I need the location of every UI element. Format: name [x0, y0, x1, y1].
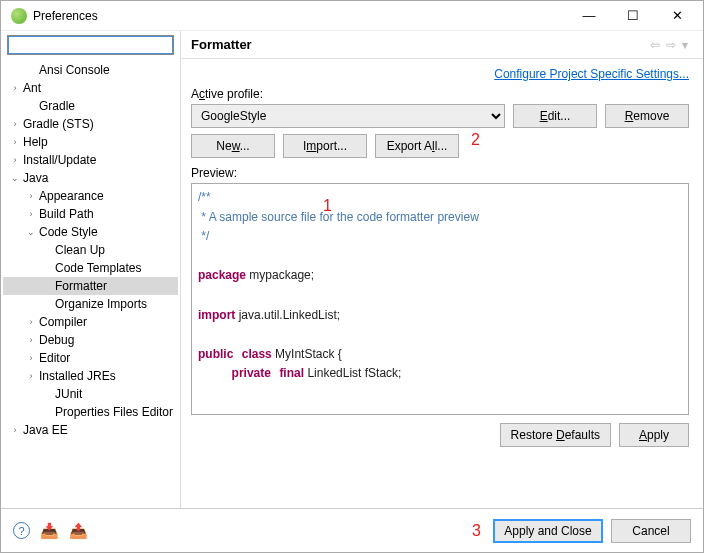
- expand-icon[interactable]: ›: [25, 191, 37, 201]
- tree-item-clean-up[interactable]: Clean Up: [3, 241, 178, 259]
- dialog-footer: ? 📥 📤 3 Apply and Close Cancel: [1, 508, 703, 552]
- tree-item-appearance[interactable]: ›Appearance: [3, 187, 178, 205]
- tree-item-label: Help: [23, 135, 48, 149]
- help-icon[interactable]: ?: [13, 522, 30, 539]
- expand-icon[interactable]: ›: [25, 353, 37, 363]
- expand-icon[interactable]: ›: [9, 83, 21, 93]
- minimize-button[interactable]: —: [567, 2, 611, 30]
- annotation-3: 3: [472, 522, 481, 540]
- tree-item-ansi-console[interactable]: Ansi Console: [3, 61, 178, 79]
- tree-item-formatter[interactable]: Formatter: [3, 277, 178, 295]
- tree-item-installed-jres[interactable]: ›Installed JREs: [3, 367, 178, 385]
- tree-item-code-style[interactable]: ⌄Code Style: [3, 223, 178, 241]
- tree-item-label: Installed JREs: [39, 369, 116, 383]
- expand-icon[interactable]: ›: [9, 119, 21, 129]
- preferences-tree[interactable]: Ansi Console›AntGradle›Gradle (STS)›Help…: [1, 57, 180, 508]
- tree-item-compiler[interactable]: ›Compiler: [3, 313, 178, 331]
- tree-item-label: Ansi Console: [39, 63, 110, 77]
- tree-item-label: Debug: [39, 333, 74, 347]
- tree-item-label: Gradle (STS): [23, 117, 94, 131]
- tree-item-gradle[interactable]: Gradle: [3, 97, 178, 115]
- tree-item-label: Code Style: [39, 225, 98, 239]
- configure-project-link[interactable]: Configure Project Specific Settings...: [181, 59, 703, 83]
- tree-item-install-update[interactable]: ›Install/Update: [3, 151, 178, 169]
- tree-item-label: Java: [23, 171, 48, 185]
- back-icon[interactable]: ⇦: [650, 38, 660, 52]
- export-all-button[interactable]: Export All...: [375, 134, 459, 158]
- import-button[interactable]: Import...: [283, 134, 367, 158]
- app-icon: [11, 8, 27, 24]
- tree-item-java[interactable]: ⌄Java: [3, 169, 178, 187]
- expand-icon[interactable]: ›: [25, 371, 37, 381]
- preview-area[interactable]: /** * A sample source file for the code …: [191, 183, 689, 415]
- expand-icon[interactable]: ›: [25, 209, 37, 219]
- apply-and-close-button[interactable]: Apply and Close: [493, 519, 603, 543]
- tree-item-label: Build Path: [39, 207, 94, 221]
- expand-icon[interactable]: ›: [25, 335, 37, 345]
- apply-button[interactable]: Apply: [619, 423, 689, 447]
- new-button[interactable]: New...: [191, 134, 275, 158]
- tree-item-label: Code Templates: [55, 261, 142, 275]
- tree-item-gradle-sts-[interactable]: ›Gradle (STS): [3, 115, 178, 133]
- expand-icon[interactable]: ›: [25, 317, 37, 327]
- tree-item-label: Clean Up: [55, 243, 105, 257]
- preview-label: Preview:: [191, 166, 689, 180]
- close-button[interactable]: ✕: [655, 2, 699, 30]
- tree-item-help[interactable]: ›Help: [3, 133, 178, 151]
- tree-item-label: Appearance: [39, 189, 104, 203]
- remove-button[interactable]: Remove: [605, 104, 689, 128]
- tree-item-label: Ant: [23, 81, 41, 95]
- tree-item-organize-imports[interactable]: Organize Imports: [3, 295, 178, 313]
- restore-defaults-button[interactable]: Restore Defaults: [500, 423, 611, 447]
- tree-item-label: Editor: [39, 351, 70, 365]
- expand-icon[interactable]: ›: [9, 425, 21, 435]
- code-preview: /** * A sample source file for the code …: [192, 184, 688, 388]
- title-bar: Preferences — ☐ ✕: [1, 1, 703, 31]
- tree-item-label: Formatter: [55, 279, 107, 293]
- filter-box: [7, 35, 174, 55]
- tree-item-build-path[interactable]: ›Build Path: [3, 205, 178, 223]
- preferences-tree-pane: Ansi Console›AntGradle›Gradle (STS)›Help…: [1, 31, 181, 508]
- filter-input[interactable]: [7, 35, 174, 55]
- tree-item-code-templates[interactable]: Code Templates: [3, 259, 178, 277]
- tree-item-label: Java EE: [23, 423, 68, 437]
- tree-item-label: Install/Update: [23, 153, 96, 167]
- expand-icon[interactable]: ›: [9, 137, 21, 147]
- active-profile-label: Active profile:: [191, 87, 689, 101]
- forward-icon[interactable]: ⇨: [666, 38, 676, 52]
- import-prefs-icon[interactable]: 📥: [40, 522, 59, 540]
- active-profile-select[interactable]: GoogleStyle: [191, 104, 505, 128]
- tree-item-editor[interactable]: ›Editor: [3, 349, 178, 367]
- tree-item-java-ee[interactable]: ›Java EE: [3, 421, 178, 439]
- tree-item-debug[interactable]: ›Debug: [3, 331, 178, 349]
- tree-item-label: Properties Files Editor: [55, 405, 173, 419]
- page-title: Formatter: [191, 37, 252, 52]
- menu-icon[interactable]: ▾: [682, 38, 688, 52]
- tree-item-label: Compiler: [39, 315, 87, 329]
- formatter-page: Formatter ⇦ ⇨ ▾ Configure Project Specif…: [181, 31, 703, 508]
- maximize-button[interactable]: ☐: [611, 2, 655, 30]
- tree-item-label: Organize Imports: [55, 297, 147, 311]
- tree-item-label: Gradle: [39, 99, 75, 113]
- page-header: Formatter ⇦ ⇨ ▾: [181, 31, 703, 59]
- edit-button[interactable]: Edit...: [513, 104, 597, 128]
- tree-item-junit[interactable]: JUnit: [3, 385, 178, 403]
- tree-item-ant[interactable]: ›Ant: [3, 79, 178, 97]
- expand-icon[interactable]: ›: [9, 155, 21, 165]
- expand-icon[interactable]: ⌄: [25, 227, 37, 237]
- window-title: Preferences: [33, 9, 567, 23]
- tree-item-properties-files-editor[interactable]: Properties Files Editor: [3, 403, 178, 421]
- expand-icon[interactable]: ⌄: [9, 173, 21, 183]
- export-prefs-icon[interactable]: 📤: [69, 522, 88, 540]
- tree-item-label: JUnit: [55, 387, 82, 401]
- cancel-button[interactable]: Cancel: [611, 519, 691, 543]
